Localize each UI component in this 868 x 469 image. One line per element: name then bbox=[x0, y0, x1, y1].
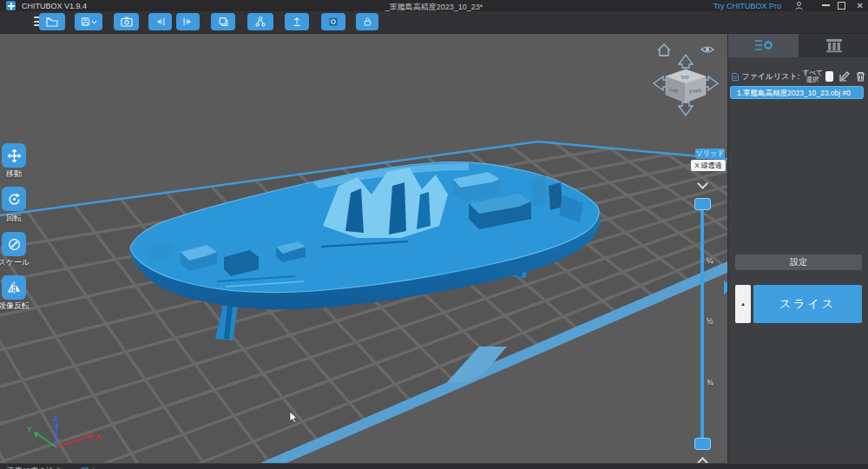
maximize-button[interactable] bbox=[838, 2, 845, 10]
support-icon bbox=[825, 37, 844, 53]
undo-button[interactable] bbox=[148, 13, 172, 30]
slice-slider-lower-handle[interactable] bbox=[694, 438, 711, 450]
file-icon bbox=[732, 71, 739, 83]
right-panel: ファイルリスト: すべて選択 1.軍艦島高精度2023_10_23.obj #0… bbox=[727, 33, 868, 463]
app-logo-icon bbox=[6, 1, 16, 10]
tab-support[interactable] bbox=[799, 33, 868, 57]
capture-icon bbox=[120, 16, 134, 28]
svg-text:Z: Z bbox=[53, 414, 58, 423]
mirror-tool-button[interactable] bbox=[2, 275, 26, 300]
slice-slider-upper-handle[interactable] bbox=[694, 198, 711, 210]
user-account-icon[interactable] bbox=[794, 1, 804, 10]
mirror-icon bbox=[7, 281, 22, 295]
chitubox-window: Z Y X Top bbox=[0, 0, 868, 469]
rotate-icon bbox=[7, 192, 22, 207]
file-list-label: ファイルリスト: bbox=[741, 71, 799, 83]
file-settings-icon bbox=[753, 37, 774, 53]
rotate-tool-button[interactable] bbox=[2, 187, 26, 211]
title-bar: CHITUBOX V1.9.4 _軍艦島高精度2023_10_23* Try C… bbox=[0, 0, 868, 11]
main-toolbar bbox=[0, 11, 868, 34]
save-button[interactable] bbox=[75, 13, 102, 30]
hollow-button[interactable] bbox=[321, 13, 345, 30]
panel-tabs bbox=[728, 33, 868, 57]
slider-mark-quarter: ¼ bbox=[707, 256, 713, 265]
slider-mark-three-quarter: ¾ bbox=[707, 378, 713, 386]
status-bar: 正常に書き込ま開く bbox=[0, 463, 868, 469]
viewport-3d[interactable]: Z Y X Top bbox=[0, 33, 727, 463]
open-file-button[interactable] bbox=[39, 13, 65, 30]
close-button[interactable]: ✕ bbox=[857, 1, 864, 10]
status-message: 正常に書き込ま開く bbox=[7, 466, 97, 469]
clone-icon bbox=[217, 16, 230, 28]
upload-button[interactable] bbox=[285, 13, 309, 30]
edit-pencil-icon bbox=[839, 71, 850, 82]
slice-options-arrow-button[interactable]: ▲ bbox=[735, 285, 751, 323]
clone-button[interactable] bbox=[211, 13, 235, 30]
undo-icon bbox=[154, 16, 167, 28]
lock-icon bbox=[362, 16, 373, 28]
scale-tool-label: スケール bbox=[0, 257, 35, 268]
save-icon bbox=[80, 16, 91, 28]
svg-text:X: X bbox=[95, 433, 101, 441]
slider-mark-half: ½ bbox=[707, 317, 713, 326]
move-tool-label: 移動 bbox=[0, 168, 35, 180]
slice-button[interactable]: スライス bbox=[753, 285, 862, 323]
capture-button[interactable] bbox=[114, 13, 139, 30]
minimize-button[interactable] bbox=[822, 4, 830, 6]
select-all-label: すべて選択 bbox=[802, 69, 823, 83]
rotate-tool-label: 回転 bbox=[0, 213, 35, 224]
redo-button[interactable] bbox=[176, 13, 200, 30]
document-title: _軍艦島高精度2023_10_23* bbox=[260, 2, 608, 13]
mouse-cursor bbox=[289, 411, 299, 424]
scale-icon bbox=[7, 237, 22, 252]
hollow-icon bbox=[327, 16, 339, 28]
file-list-item[interactable]: 1.軍艦島高精度2023_10_23.obj #0 bbox=[730, 86, 864, 99]
open-file-icon bbox=[45, 15, 59, 29]
trash-icon bbox=[856, 71, 865, 82]
rename-button[interactable] bbox=[839, 71, 850, 82]
file-list-header: ファイルリスト: すべて選択 bbox=[732, 69, 865, 83]
render-mode-solid-button[interactable]: ソリッド bbox=[695, 149, 725, 159]
move-icon bbox=[7, 149, 22, 163]
upload-icon bbox=[291, 16, 303, 28]
arrange-button[interactable] bbox=[247, 13, 273, 30]
redo-icon bbox=[181, 16, 194, 28]
select-all-checkbox[interactable] bbox=[825, 71, 833, 82]
tab-file-settings[interactable] bbox=[728, 33, 799, 57]
svg-text:Y: Y bbox=[27, 425, 32, 433]
settings-button[interactable]: 設定 bbox=[735, 254, 862, 270]
scale-tool-button[interactable] bbox=[2, 232, 26, 256]
arrange-icon bbox=[253, 16, 267, 28]
delete-button[interactable] bbox=[856, 71, 865, 82]
mirror-tool-label: 鏡像反転 bbox=[0, 301, 35, 312]
move-tool-button[interactable] bbox=[2, 143, 26, 168]
lock-button[interactable] bbox=[356, 13, 378, 30]
chevron-down-icon bbox=[91, 19, 97, 25]
app-title: CHITUBOX V1.9.4 bbox=[22, 2, 87, 10]
try-pro-link[interactable]: Try CHITUBOX Pro bbox=[713, 2, 781, 10]
render-mode-xray-button[interactable]: X 線透過 bbox=[691, 160, 726, 171]
slice-slider-track[interactable] bbox=[700, 203, 704, 441]
